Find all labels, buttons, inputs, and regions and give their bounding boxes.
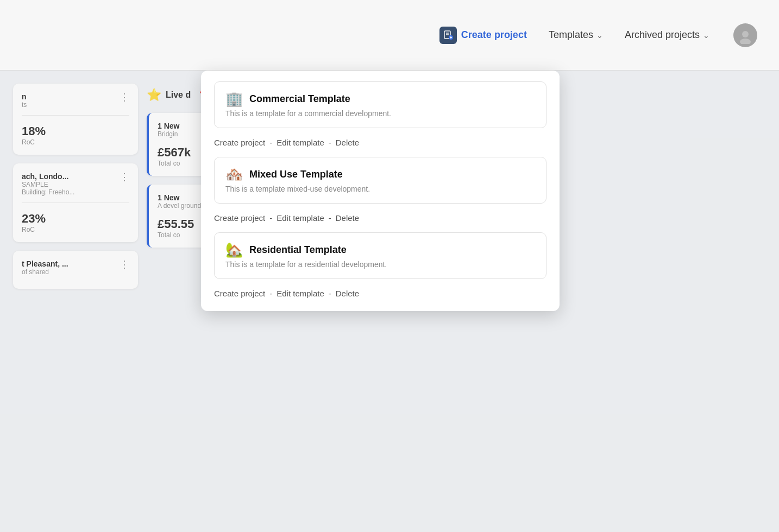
commercial-create-project-link[interactable]: Create project	[214, 138, 265, 147]
residential-create-project-link[interactable]: Create project	[214, 289, 265, 298]
template-card-commercial: 🏢 Commercial Template This is a template…	[214, 81, 546, 128]
mixed-use-template-actions: Create project - Edit template - Delete	[214, 213, 546, 223]
separator: -	[329, 213, 331, 223]
mixed-use-template-description: This is a template mixed-use development…	[225, 185, 535, 193]
mixed-use-edit-template-link[interactable]: Edit template	[277, 213, 324, 223]
residential-edit-template-link[interactable]: Edit template	[277, 289, 324, 298]
template-card-header: 🏡 Residential Template	[225, 243, 535, 257]
mixed-use-create-project-link[interactable]: Create project	[214, 213, 265, 223]
residential-template-name: Residential Template	[249, 244, 347, 256]
mixed-use-template-name: Mixed Use Template	[249, 169, 343, 180]
commercial-template-description: This is a template for a commercial deve…	[225, 109, 535, 118]
separator: -	[329, 289, 331, 298]
separator: -	[269, 213, 272, 223]
separator: -	[329, 138, 331, 147]
mixed-use-delete-link[interactable]: Delete	[336, 213, 359, 223]
separator: -	[269, 138, 272, 147]
commercial-delete-link[interactable]: Delete	[336, 138, 359, 147]
template-card-residential: 🏡 Residential Template This is a templat…	[214, 232, 546, 279]
residential-template-actions: Create project - Edit template - Delete	[214, 289, 546, 298]
template-card-header: 🏘️ Mixed Use Template	[225, 167, 535, 181]
commercial-edit-template-link[interactable]: Edit template	[277, 138, 324, 147]
residential-template-icon: 🏡	[225, 243, 243, 257]
template-card-mixed-use: 🏘️ Mixed Use Template This is a template…	[214, 157, 546, 204]
separator: -	[269, 289, 272, 298]
mixed-use-template-icon: 🏘️	[225, 167, 243, 181]
residential-delete-link[interactable]: Delete	[336, 289, 359, 298]
commercial-template-name: Commercial Template	[249, 93, 350, 105]
residential-template-description: This is a template for a residential dev…	[225, 260, 535, 269]
template-card-header: 🏢 Commercial Template	[225, 92, 535, 106]
commercial-template-actions: Create project - Edit template - Delete	[214, 138, 546, 147]
commercial-template-icon: 🏢	[225, 92, 243, 106]
templates-dropdown: 🏢 Commercial Template This is a template…	[201, 71, 560, 311]
